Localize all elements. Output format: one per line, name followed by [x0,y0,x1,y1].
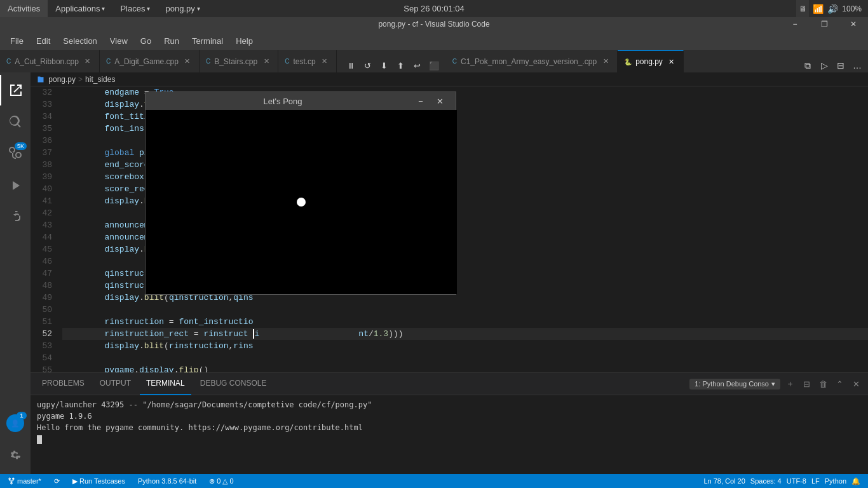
applications-menu[interactable]: Applications ▾ [48,0,112,17]
restore-button[interactable]: ❐ [810,17,839,31]
tab-b-stairs[interactable]: C B_Stairs.cpp ✕ [200,50,278,72]
places-menu[interactable]: Places ▾ [112,0,158,17]
source-control-badge: 5K [15,142,27,150]
panel-maximize-button[interactable]: ⌃ [832,377,846,391]
tab-c1-pokemon[interactable]: C C1_Pok_mon_Army_easy_version_.cpp ✕ [446,50,618,72]
tab-label: B_Stairs.cpp [214,57,257,66]
python-version[interactable]: Python 3.8.5 64-bit [135,474,199,488]
run-testcases[interactable]: ▶ Run Testcases [70,474,128,488]
panel-tabs: PROBLEMS OUTPUT TERMINAL DEBUG CONSOLE 1… [31,373,868,395]
tab-label: test.cp [293,57,315,66]
tab-icon: 🐍 [624,58,632,65]
open-changes-icon[interactable]: ▷ [817,58,831,72]
panel-close-button[interactable]: ✕ [849,377,863,391]
menu-view[interactable]: View [104,31,134,50]
tab-a-digit-game[interactable]: C A_Digit_Game.cpp ✕ [100,50,200,72]
terminal-content[interactable]: ugpy/launcher 43295 -- "/home/sagar/Docu… [31,395,868,474]
debug-toolbar: ⏸ ↺ ⬇ ⬆ ↩ ⬛ [339,58,446,72]
split-terminal-button[interactable]: ⊟ [799,377,813,391]
code-line-50: 50 [31,304,868,316]
ln-col[interactable]: Ln 78, Col 20 [701,477,747,485]
popup-title: Let's Pong [153,97,412,106]
menu-go[interactable]: Go [134,31,158,50]
code-line-52: 52 rinstruction_rect = rinstruct i nt/1.… [31,328,868,340]
tab-icon: C [452,58,457,65]
breadcrumb-func[interactable]: hit_sides [85,75,115,84]
menu-file[interactable]: File [4,31,30,50]
menu-terminal[interactable]: Terminal [186,31,229,50]
popup-minimize-button[interactable]: − [412,94,429,108]
extensions-activity[interactable] [0,202,31,233]
spaces[interactable]: Spaces: 4 [748,477,784,485]
split-editor-icon[interactable]: ⧉ [801,58,815,72]
terminal-selector[interactable]: 1: Python Debug Conso ▾ [689,379,780,390]
tab-close-pong[interactable]: ✕ [667,57,677,67]
tab-close-a-digit-game[interactable]: ✕ [182,57,193,67]
language-mode[interactable]: Python [822,477,849,485]
chevron-down-icon: ▾ [771,380,775,388]
add-terminal-button[interactable]: ＋ [783,377,797,391]
breadcrumb: pong.py > hit_sides [31,72,868,86]
tab-test[interactable]: C test.cp ✕ [278,50,337,72]
title-bar: pong.py - cf - Visual Studio Code − ❐ ✕ [0,17,868,31]
run-activity[interactable] [0,170,31,201]
sync-icon: ⟳ [54,477,60,485]
close-button[interactable]: ✕ [839,17,868,31]
tab-icon: C [106,58,111,65]
activities-menu[interactable]: Activities [0,0,48,17]
tab-close-c1[interactable]: ✕ [600,57,611,67]
tab-close-b-stairs[interactable]: ✕ [261,57,271,67]
source-control-activity[interactable]: 5K [0,139,31,169]
debug-stop[interactable]: ⬛ [427,58,441,72]
battery-text: 100% [842,4,862,13]
tab-close-a-cut-ribbon[interactable]: ✕ [83,57,93,67]
minimize-button[interactable]: − [780,17,810,31]
tab-close-test[interactable]: ✕ [320,57,330,67]
tab-pong[interactable]: 🐍 pong.py ✕ [618,50,684,72]
tab-a-cut-ribbon[interactable]: C A_Cut_Ribbon.cpp ✕ [0,50,100,72]
tab-icon: C [206,58,210,65]
popup-game-canvas[interactable] [146,110,457,294]
menu-edit[interactable]: Edit [30,31,57,50]
error-count[interactable]: ⊗ 0 △ 0 [207,474,236,488]
tab-label: A_Digit_Game.cpp [114,57,179,66]
popup-close-button[interactable]: ✕ [431,94,448,108]
feedback-icon[interactable]: 🔔 [849,477,863,485]
wifi-icon: 📶 [813,4,824,14]
panel-tab-output[interactable]: OUTPUT [93,373,137,395]
window-menu[interactable]: pong.py ▾ [158,0,207,17]
settings-activity[interactable] [0,440,31,470]
tab-icon: C [6,58,11,65]
editor-layout-icon[interactable]: ⊟ [834,58,848,72]
panel-tab-problems[interactable]: PROBLEMS [36,373,91,395]
terminal-line-3: Hello from the pygame community. https:/… [37,422,862,433]
more-actions-icon[interactable]: … [850,58,864,72]
monitor-icon: 🖥 [799,4,806,13]
branch-name: master* [17,477,41,485]
debug-restart[interactable]: ↺ [361,58,375,72]
panel-tab-debug-console[interactable]: DEBUG CONSOLE [194,373,273,395]
debug-pause[interactable]: ⏸ [344,58,358,72]
sync-button[interactable]: ⟳ [51,474,62,488]
explorer-activity[interactable] [0,75,31,105]
kill-terminal-button[interactable]: 🗑 [816,377,830,391]
git-branch[interactable]: master* [5,474,44,488]
tabs-bar: C A_Cut_Ribbon.cpp ✕ C A_Digit_Game.cpp … [0,50,868,72]
app-title: pong.py - cf - Visual Studio Code [378,20,489,29]
debug-continue[interactable]: ↩ [410,58,424,72]
panel-tab-terminal[interactable]: TERMINAL [140,373,191,395]
encoding[interactable]: UTF-8 [784,477,809,485]
eol[interactable]: LF [809,477,822,485]
menu-help[interactable]: Help [229,31,259,50]
panel-area: PROBLEMS OUTPUT TERMINAL DEBUG CONSOLE 1… [31,372,868,474]
menu-run[interactable]: Run [158,31,186,50]
menu-selection[interactable]: Selection [57,31,103,50]
debug-step-over[interactable]: ⬇ [377,58,391,72]
breadcrumb-file[interactable]: pong.py [37,75,76,84]
popup-titlebar[interactable]: Let's Pong − ✕ [146,92,456,110]
tab-label: pong.py [635,57,663,66]
search-activity[interactable] [0,107,31,137]
account-activity[interactable]: 👤 1 [0,408,31,438]
terminal-line-4 [37,433,862,445]
debug-step-out[interactable]: ⬆ [394,58,408,72]
